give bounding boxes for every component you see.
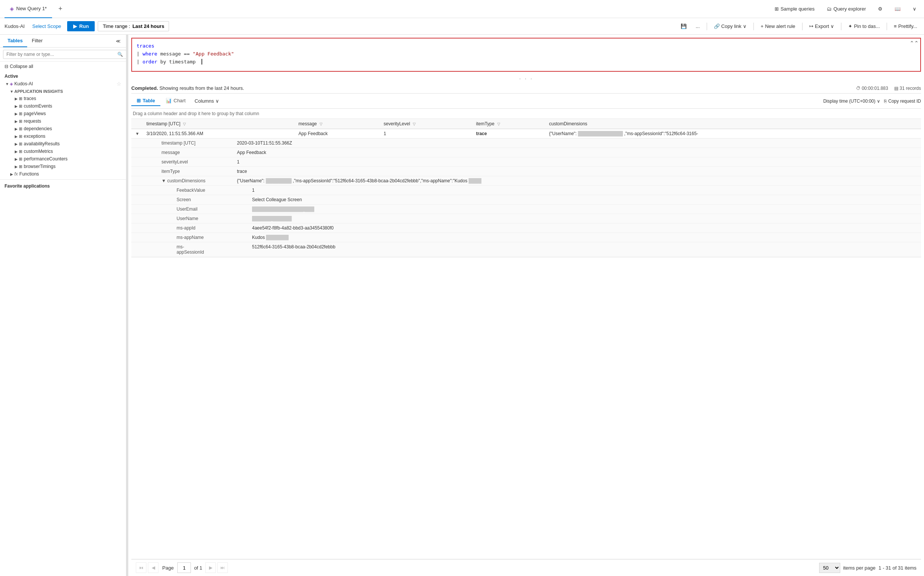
expand-msappsessionid: ms-appSessionId 512f6c64-3165-43b8-bcaa-… [131, 242, 921, 257]
tree-item-custommetrics[interactable]: ▶ ⊞ customMetrics [0, 147, 126, 155]
tree-item-performance[interactable]: ▶ ⊞ performanceCounters [0, 155, 126, 163]
tree-item-pageviews[interactable]: ▶ ⊞ pageViews [0, 110, 126, 117]
copy-request-id-button[interactable]: ⎘ Copy request ID [884, 99, 921, 104]
prettify-button[interactable]: ≡ Prettify... [892, 22, 919, 30]
sidebar-collapse-button[interactable]: ≪ [113, 35, 123, 47]
table-row[interactable]: ▼ 3/10/2020, 11:51:55.366 AM App Feedbac… [131, 129, 921, 139]
chevron-time-icon: ∨ [877, 99, 880, 104]
sidebar-tabs: Tables Filter ≪ [0, 35, 126, 48]
tree-arrow-ai: ▼ [9, 90, 14, 94]
sample-queries-button[interactable]: ⊞ Sample queries [772, 5, 818, 13]
tree-item-customevents[interactable]: ▶ ⊞ customEvents [0, 102, 126, 110]
tree-arrow-traces: ▶ [14, 97, 19, 101]
tree-item-app-insights[interactable]: ▼ APPLICATION INSIGHTS [0, 88, 126, 95]
expand-username: UserName ██████ ██████ [131, 214, 921, 224]
col-severity[interactable]: severityLevel ▽ [381, 119, 473, 129]
collapse-icon: ⊟ [5, 64, 8, 69]
expand-customdims-arrow[interactable]: ▼ customDimensions [161, 178, 211, 184]
page-of-label: of 1 [194, 565, 202, 571]
editor-collapse-button[interactable]: ⌃⌃ [910, 40, 919, 46]
query-line-2: | where message == "App Feedback" [137, 50, 916, 58]
select-scope-button[interactable]: Select Scope [29, 22, 64, 30]
next-page-button[interactable]: ▶ [205, 562, 216, 573]
time-range-button[interactable]: Time range : Last 24 hours [98, 21, 169, 31]
tab-filter[interactable]: Filter [27, 35, 47, 47]
message-filter-icon[interactable]: ▽ [319, 122, 322, 126]
tree-item-dependencies[interactable]: ▶ ⊞ dependencies [0, 125, 126, 133]
row-expand-cell[interactable]: ▼ [131, 129, 144, 139]
tree-item-browsertimings[interactable]: ▶ ⊞ browserTimings [0, 163, 126, 170]
save-icon: 💾 [681, 23, 687, 29]
records-display: ▤ 31 records [894, 86, 921, 91]
docs-button[interactable]: 📖 [892, 5, 903, 13]
table-icon-7: ⊞ [19, 142, 22, 146]
tree-item-availability[interactable]: ▶ ⊞ availabilityResults [0, 140, 126, 147]
editor-dots[interactable]: · · · [128, 75, 924, 83]
tree-item-traces[interactable]: ▶ ⊞ traces [0, 95, 126, 102]
per-page-select[interactable]: 50 100 200 [819, 563, 840, 573]
copy-link-button[interactable]: 🔗 Copy link ∨ [712, 22, 749, 30]
pin-button[interactable]: ✦ Pin to das... [846, 22, 882, 30]
plus-icon: + [761, 23, 764, 29]
tree-label-kudos-ai: Kudos-AI [14, 81, 116, 86]
display-time-button[interactable]: Display time (UTC+00:00) ∨ [823, 99, 880, 104]
export-button[interactable]: ↦ Export ∨ [807, 22, 837, 30]
columns-button[interactable]: Columns ∨ [191, 96, 223, 106]
tab-tables[interactable]: Tables [3, 35, 27, 47]
tab-chart[interactable]: 📊 Chart [160, 96, 191, 106]
book-icon: 📖 [895, 6, 901, 12]
prev-page-button[interactable]: ◀ [148, 562, 158, 573]
results-tab-right: Display time (UTC+00:00) ∨ ⎘ Copy reques… [823, 99, 921, 104]
filter-input[interactable] [3, 50, 126, 59]
top-bar-right: ⊞ Sample queries 🗂 Query explorer ⚙ 📖 ∨ [772, 5, 919, 13]
col-timestamp[interactable]: timestamp [UTC] ▽ [144, 119, 295, 129]
query-explorer-button[interactable]: 🗂 Query explorer [823, 5, 869, 13]
more-options-button[interactable]: ... [693, 22, 702, 30]
expand-row-arrow[interactable]: ▼ [134, 131, 140, 136]
expanded-row: timestamp [UTC] 2020-03-10T11:51:55.366Z… [131, 139, 921, 258]
items-info: 1 - 31 of 31 items [879, 565, 916, 571]
expand-useremail: UserEmail ████████████████.███ [131, 205, 921, 214]
copy-icon: ⎘ [884, 99, 887, 104]
pagination: ⏮ ◀ Page of 1 ▶ ⏭ 50 100 200 items per p… [131, 559, 921, 576]
query-editor[interactable]: traces | where message == "App Feedback"… [131, 38, 921, 72]
sidebar-filter: 🔍 [0, 48, 126, 62]
top-bar: ◈ New Query 1* + ⊞ Sample queries 🗂 Quer… [0, 0, 924, 18]
second-bar: Kudos-AI Select Scope ▶ Run Time range :… [0, 18, 924, 35]
col-itemtype[interactable]: itemType ▽ [473, 119, 546, 129]
table-icon-6: ⊞ [19, 134, 22, 139]
right-panel: traces | where message == "App Feedback"… [128, 35, 924, 576]
results-table: timestamp [UTC] ▽ message ▽ severityLeve… [131, 119, 921, 559]
run-icon: ▶ [73, 23, 77, 29]
function-icon: fx [14, 171, 18, 177]
timestamp-filter-icon[interactable]: ▽ [183, 122, 186, 126]
tree-item-kudos-ai[interactable]: ▼ ◈ Kudos-AI ☆ [0, 80, 126, 88]
table-icon-8: ⊞ [19, 149, 22, 154]
new-alert-button[interactable]: + New alert rule [758, 22, 798, 30]
more-button[interactable]: ∨ [910, 5, 919, 13]
tab-icon: ◈ [10, 6, 14, 12]
settings-button[interactable]: ⚙ [875, 5, 886, 13]
page-input[interactable] [177, 562, 191, 573]
divider5 [887, 22, 887, 30]
tab-table[interactable]: ⊞ Table [131, 96, 160, 106]
chevron-columns-icon: ∨ [215, 98, 219, 104]
save-button[interactable]: 💾 [678, 22, 689, 30]
query-tab[interactable]: ◈ New Query 1* [5, 0, 52, 18]
last-page-button[interactable]: ⏭ [217, 562, 228, 573]
severity-filter-icon[interactable]: ▽ [413, 122, 416, 126]
first-page-button[interactable]: ⏮ [136, 562, 147, 573]
chart-tab-icon: 📊 [166, 98, 172, 103]
itemtype-filter-icon[interactable]: ▽ [497, 122, 500, 126]
tree-item-exceptions[interactable]: ▶ ⊞ exceptions [0, 133, 126, 140]
tree-item-requests[interactable]: ▶ ⊞ requests [0, 117, 126, 125]
collapse-all-button[interactable]: ⊟ Collapse all [3, 63, 123, 70]
location-icon: ◈ [10, 82, 13, 86]
add-tab-button[interactable]: + [55, 4, 65, 14]
favorite-star-icon[interactable]: ☆ [116, 81, 121, 87]
run-button[interactable]: ▶ Run [67, 21, 95, 31]
tree-item-functions[interactable]: ▶ fx Functions [0, 170, 126, 178]
table-header-row: timestamp [UTC] ▽ message ▽ severityLeve… [131, 119, 921, 129]
col-message[interactable]: message ▽ [295, 119, 381, 129]
sample-queries-icon: ⊞ [775, 6, 779, 12]
